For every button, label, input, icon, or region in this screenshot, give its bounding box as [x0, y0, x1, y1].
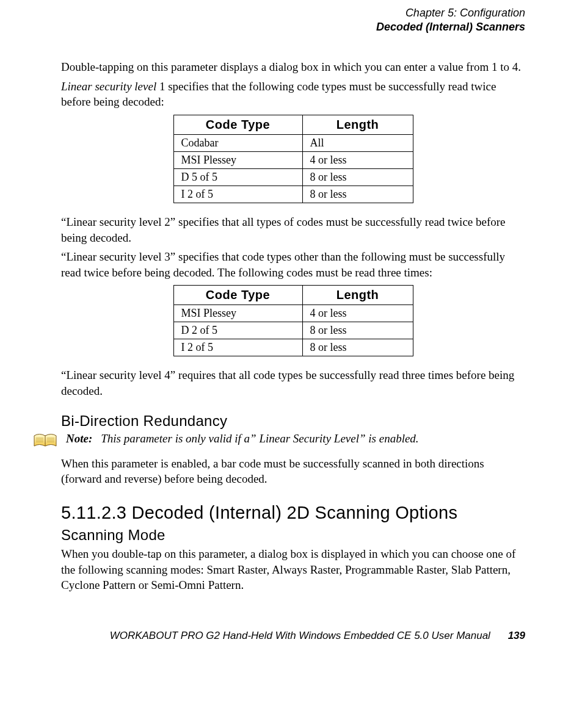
cell-length: 8 or less [302, 322, 413, 339]
cell-length: All [302, 134, 413, 151]
cell-code: Codabar [173, 134, 302, 151]
note-block: Note: This parameter is only valid if a”… [33, 432, 525, 449]
header-section: Decoded (Internal) Scanners [61, 20, 525, 34]
table-level-3: Code Type Length MSI Plessey4 or less D … [61, 285, 525, 356]
cell-code: MSI Plessey [173, 305, 302, 322]
cell-length: 8 or less [302, 339, 413, 356]
book-icon [33, 433, 57, 449]
table-row: I 2 of 58 or less [173, 339, 413, 356]
cell-code: I 2 of 5 [173, 186, 302, 203]
paragraph: When this parameter is enabled, a bar co… [61, 456, 525, 487]
note-text: This parameter is only valid if a” Linea… [101, 432, 525, 445]
italic-term: Linear security level [61, 80, 156, 93]
cell-length: 8 or less [302, 168, 413, 186]
header-chapter: Chapter 5: Configuration [61, 6, 525, 20]
table-header-length: Length [302, 115, 413, 134]
note-label: Note: [66, 432, 92, 445]
cell-code: I 2 of 5 [173, 339, 302, 356]
paragraph: When you double-tap on this parameter, a… [61, 546, 525, 593]
table-row: MSI Plessey4 or less [173, 305, 413, 322]
table-row: CodabarAll [173, 134, 413, 151]
table-header-code: Code Type [173, 286, 302, 305]
table-row: D 5 of 58 or less [173, 168, 413, 186]
heading-bidirection: Bi-Direction Redundancy [61, 413, 525, 430]
cell-length: 8 or less [302, 186, 413, 203]
paragraph: “Linear security level 4” requires that … [61, 367, 525, 398]
cell-code: D 5 of 5 [173, 168, 302, 186]
paragraph: “Linear security level 3” specifies that… [61, 249, 525, 280]
heading-section-5-11-2-3: 5.11.2.3 Decoded (Internal) 2D Scanning … [61, 503, 525, 523]
paragraph: Linear security level 1 specifies that t… [61, 79, 525, 110]
paragraph: Double-tapping on this parameter display… [61, 59, 525, 75]
table-level-1: Code Type Length CodabarAll MSI Plessey4… [61, 115, 525, 203]
paragraph: “Linear security level 2” specifies that… [61, 214, 525, 245]
table-row: MSI Plessey4 or less [173, 151, 413, 168]
footer-title: WORKABOUT PRO G2 Hand-Held With Windows … [110, 630, 490, 641]
page-footer: WORKABOUT PRO G2 Hand-Held With Windows … [61, 630, 525, 642]
cell-code: MSI Plessey [173, 151, 302, 168]
table-row: D 2 of 58 or less [173, 322, 413, 339]
table-row: I 2 of 58 or less [173, 186, 413, 203]
cell-length: 4 or less [302, 305, 413, 322]
table-header-length: Length [302, 286, 413, 305]
cell-code: D 2 of 5 [173, 322, 302, 339]
table-header-code: Code Type [173, 115, 302, 134]
footer-page-number: 139 [508, 630, 525, 641]
heading-scanning-mode: Scanning Mode [61, 527, 525, 544]
page-header: Chapter 5: Configuration Decoded (Intern… [61, 6, 525, 34]
cell-length: 4 or less [302, 151, 413, 168]
